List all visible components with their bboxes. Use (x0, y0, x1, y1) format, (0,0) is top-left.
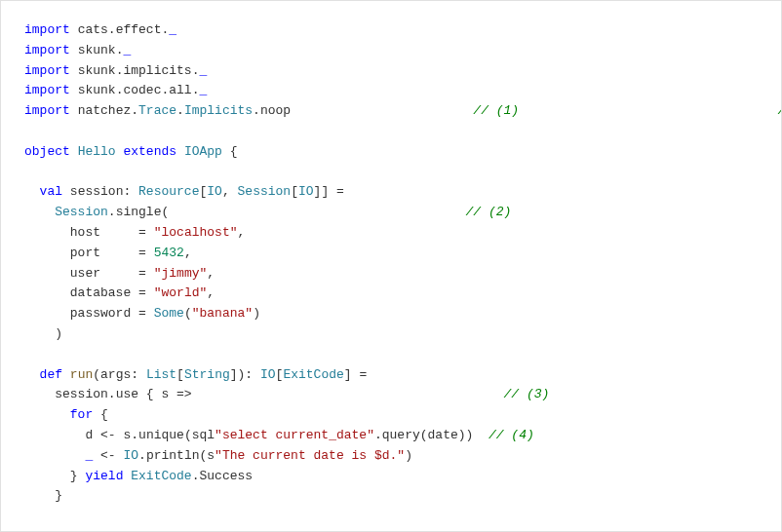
type-ioapp: IOApp (184, 144, 222, 159)
keyword-val: val (40, 184, 62, 199)
object-name: Hello (78, 144, 116, 159)
code-block: import cats.effect._import skunk._import… (24, 20, 758, 532)
comment-1a: // (1) (473, 103, 519, 118)
keyword-for: for (70, 407, 93, 422)
comment-3: // (3) (504, 387, 550, 401)
comment-2: // (2) (466, 205, 512, 219)
keyword-yield: yield (85, 469, 123, 483)
keyword-def: def (40, 367, 62, 382)
comment-1b: // (1) (777, 103, 782, 118)
keyword-extends: extends (123, 144, 176, 159)
comment-4: // (4) (489, 428, 534, 442)
keyword-object: object (24, 144, 70, 159)
method-run: run (70, 367, 93, 382)
keyword-import: import (24, 22, 70, 37)
